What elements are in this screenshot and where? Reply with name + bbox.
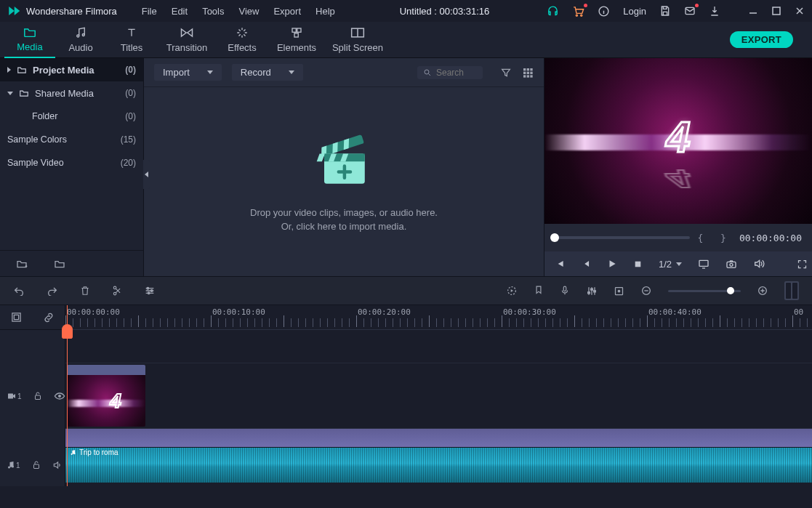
clip-thumbnail-digit: 4 xyxy=(110,390,121,413)
display-settings-icon[interactable] xyxy=(698,259,710,269)
video-track-header[interactable]: 1 xyxy=(0,363,65,429)
sidebar-item-sample-colors[interactable]: Sample Colors (15) xyxy=(0,128,143,151)
preview-scale-dropdown[interactable]: 1/2 xyxy=(659,259,682,270)
window-close[interactable] xyxy=(795,6,805,16)
timeline-ruler[interactable]: 00:00:00:00 00:00:10:00 00:00:20:00 00:0… xyxy=(65,305,812,330)
prev-frame-icon[interactable] xyxy=(555,259,565,269)
voiceover-icon[interactable] xyxy=(560,285,570,297)
visibility-icon[interactable] xyxy=(54,392,65,400)
chevron-left-icon xyxy=(145,172,148,177)
in-out-markers[interactable]: { } xyxy=(697,233,731,243)
fullscreen-icon[interactable] xyxy=(797,259,808,270)
menu-tools[interactable]: Tools xyxy=(202,6,224,17)
timeline-separator-track[interactable] xyxy=(65,429,812,448)
record-dropdown[interactable]: Record xyxy=(232,64,303,81)
sidebar-item-folder[interactable]: Folder (0) xyxy=(0,105,143,128)
menu-edit[interactable]: Edit xyxy=(172,6,188,17)
menu-file[interactable]: File xyxy=(142,6,157,17)
tab-split-screen[interactable]: Split Screen xyxy=(326,22,390,58)
tab-audio[interactable]: Audio xyxy=(55,22,106,58)
mute-icon[interactable] xyxy=(52,460,63,470)
zoom-out-icon[interactable] xyxy=(640,285,652,297)
save-icon[interactable] xyxy=(659,5,671,17)
media-drop-zone[interactable]: Drop your video clips, images, or audio … xyxy=(144,87,544,276)
svg-rect-55 xyxy=(33,464,39,469)
preview-scale-label: 1/2 xyxy=(659,259,672,270)
tab-effects-label: Effects xyxy=(228,42,257,53)
manage-tracks-icon[interactable] xyxy=(11,312,22,323)
info-icon[interactable] xyxy=(598,5,610,17)
cart-icon[interactable] xyxy=(572,5,584,17)
sidebar-item-sample-video[interactable]: Sample Video (20) xyxy=(0,151,143,174)
sidebar-label: Shared Media xyxy=(35,88,94,99)
search-input[interactable] xyxy=(436,68,471,78)
scrub-track[interactable] xyxy=(555,236,690,239)
sidebar-item-shared-media[interactable]: Shared Media (0) xyxy=(0,81,143,105)
preview-display[interactable]: 4 4 xyxy=(544,58,812,224)
window-maximize[interactable] xyxy=(771,6,781,16)
titlebar: Wondershare Filmora File Edit Tools View… xyxy=(0,0,812,22)
crop-icon[interactable] xyxy=(614,286,624,297)
export-button[interactable]: EXPORT xyxy=(730,31,793,48)
search-input-wrap[interactable] xyxy=(417,66,483,79)
scrub-handle[interactable] xyxy=(550,233,559,242)
svg-point-57 xyxy=(71,453,73,455)
redo-icon[interactable] xyxy=(47,286,58,296)
split-screen-icon xyxy=(350,26,365,39)
login-button[interactable]: Login xyxy=(623,6,646,17)
tab-titles[interactable]: Titles xyxy=(106,22,157,58)
timeline-body[interactable]: 00:00:00:00 00:00:10:00 00:00:20:00 00:0… xyxy=(65,305,812,486)
headset-icon[interactable] xyxy=(547,5,559,17)
message-icon[interactable] xyxy=(684,5,696,17)
filter-icon[interactable] xyxy=(500,67,512,78)
stop-icon[interactable] xyxy=(633,259,643,269)
link-icon[interactable] xyxy=(43,313,55,323)
lock-icon[interactable] xyxy=(33,391,42,401)
window-minimize[interactable] xyxy=(748,6,758,16)
zoom-in-icon[interactable] xyxy=(757,285,768,297)
svg-point-53 xyxy=(8,467,10,469)
menu-export[interactable]: Export xyxy=(273,6,301,17)
volume-icon[interactable] xyxy=(753,258,765,270)
step-back-icon[interactable] xyxy=(581,259,591,269)
download-icon[interactable] xyxy=(709,5,720,17)
snapshot-icon[interactable] xyxy=(725,259,737,269)
audio-track-header[interactable]: 1 xyxy=(0,448,65,483)
marker-icon[interactable] xyxy=(534,285,544,297)
menu-view[interactable]: View xyxy=(238,6,259,17)
ruler-tick: 00:00:40:00 xyxy=(648,307,702,317)
split-icon[interactable] xyxy=(112,285,122,297)
app-name: Wondershare Filmora xyxy=(26,6,117,17)
adjust-icon[interactable] xyxy=(144,286,156,296)
playhead[interactable] xyxy=(67,305,68,486)
import-dropdown[interactable]: Import xyxy=(154,64,222,81)
video-clip[interactable]: Countdown 8 4 xyxy=(67,365,145,427)
elements-icon xyxy=(290,26,303,39)
zoom-slider[interactable] xyxy=(668,290,741,292)
tab-elements[interactable]: Elements xyxy=(268,22,326,58)
svg-rect-4 xyxy=(773,7,780,15)
tab-effects[interactable]: Effects xyxy=(217,22,268,58)
undo-icon[interactable] xyxy=(13,286,25,296)
clapperboard-icon xyxy=(311,130,377,195)
svg-point-33 xyxy=(730,263,733,266)
audio-mixer-icon[interactable] xyxy=(586,286,598,297)
timeline-audio-track[interactable]: Trip to roma xyxy=(65,448,812,483)
lock-icon[interactable] xyxy=(32,460,41,470)
grid-view-icon[interactable] xyxy=(522,67,534,78)
chevron-down-icon xyxy=(676,262,682,266)
timeline-video-track[interactable]: Countdown 8 4 xyxy=(65,363,812,429)
render-icon[interactable] xyxy=(506,285,518,297)
tab-media[interactable]: Media xyxy=(4,22,55,58)
open-folder-icon[interactable] xyxy=(54,259,65,269)
tab-transition[interactable]: Transition xyxy=(157,22,217,58)
sidebar-collapse-handle[interactable] xyxy=(143,160,150,189)
new-folder-icon[interactable] xyxy=(16,259,28,269)
timeline-track-empty[interactable] xyxy=(65,330,812,363)
delete-icon[interactable] xyxy=(80,285,90,297)
zoom-handle[interactable] xyxy=(727,287,734,294)
menu-help[interactable]: Help xyxy=(315,6,335,17)
timeline-scrollbar-toggle[interactable] xyxy=(784,281,799,300)
sidebar-item-project-media[interactable]: Project Media (0) xyxy=(0,58,143,81)
play-icon[interactable] xyxy=(607,259,617,269)
